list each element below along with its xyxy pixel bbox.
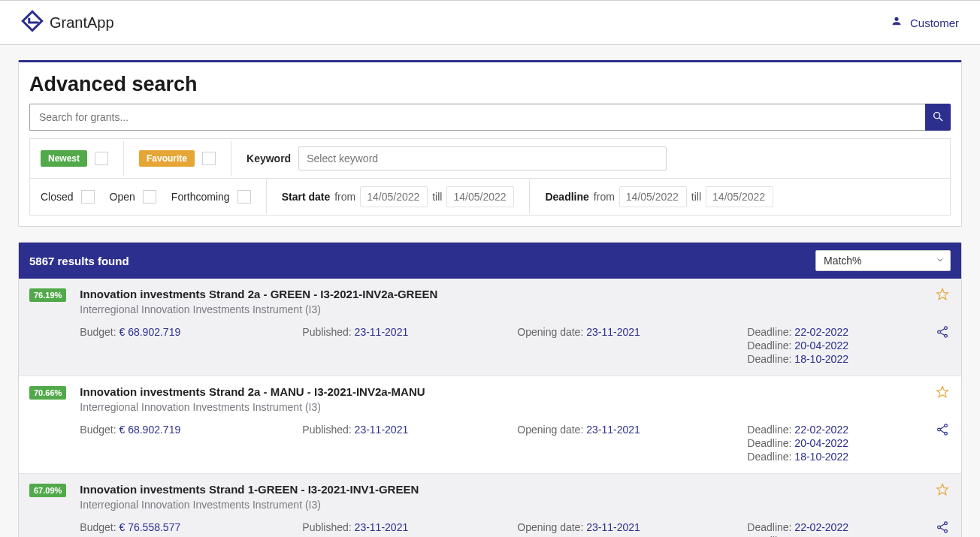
result-deadlines: Deadline: 22-02-2022Deadline: 20-04-2022… — [747, 326, 921, 365]
advanced-search-card: Advanced search Newest — [18, 60, 962, 227]
closed-label: Closed — [41, 191, 74, 203]
open-label: Open — [110, 191, 135, 203]
deadline-from-label: from — [594, 191, 615, 203]
start-date-from-input[interactable] — [360, 186, 428, 207]
match-badge: 70.66% — [29, 385, 66, 400]
svg-line-13 — [940, 427, 945, 430]
favourite-checkbox[interactable] — [202, 152, 216, 165]
result-published: Published: 23-11-2021 — [302, 326, 513, 365]
start-date-till-input[interactable] — [446, 186, 514, 207]
favourite-star-icon[interactable] — [936, 288, 949, 304]
result-subtitle: Interregional Innovation Investments Ins… — [80, 401, 921, 413]
result-subtitle: Interregional Innovation Investments Ins… — [80, 499, 921, 511]
brand[interactable]: GrantApp — [21, 10, 114, 35]
result-deadline: Deadline: 22-02-2022 — [747, 424, 921, 436]
start-from-label: from — [334, 191, 355, 203]
closed-checkbox[interactable] — [81, 190, 95, 204]
result-deadline: Deadline: 20-04-2022 — [747, 339, 921, 351]
result-title[interactable]: Innovation investments Strand 1-GREEN - … — [80, 483, 921, 496]
result-deadline: Deadline: 20-04-2022 — [747, 437, 921, 449]
page-title: Advanced search — [19, 62, 961, 104]
deadline-label: Deadline — [545, 191, 588, 203]
filters-panel: Newest Favourite Keyword — [29, 138, 951, 216]
start-date-label: Start date — [282, 191, 331, 203]
svg-point-1 — [934, 112, 940, 118]
top-bar: GrantApp Customer — [0, 0, 980, 45]
svg-line-14 — [940, 430, 945, 433]
result-title[interactable]: Innovation investments Strand 2a - MANU … — [80, 385, 921, 398]
forthcoming-checkbox[interactable] — [237, 190, 251, 204]
search-button[interactable] — [925, 104, 951, 131]
result-budget: Budget: € 68.902.719 — [80, 326, 298, 365]
result-deadline: Deadline: 18-10-2022 — [747, 451, 921, 463]
result-item[interactable]: 70.66%Innovation investments Strand 2a -… — [19, 376, 961, 474]
keyword-select[interactable] — [298, 146, 667, 170]
result-subtitle: Interregional Innovation Investments Ins… — [80, 303, 921, 315]
results-card: 5867 results found Match% 76.19%Innovati… — [18, 242, 962, 537]
result-deadline: Deadline: 22-02-2022 — [747, 326, 921, 338]
user-icon — [891, 15, 903, 30]
svg-marker-9 — [937, 387, 948, 397]
result-published: Published: 23-11-2021 — [302, 521, 513, 537]
result-deadlines: Deadline: 22-02-2022Deadline: 20-04-2022… — [747, 424, 921, 463]
favourite-star-icon[interactable] — [936, 385, 949, 402]
svg-line-2 — [939, 118, 942, 121]
result-budget: Budget: € 68.902.719 — [80, 424, 298, 463]
result-deadline: Deadline: 18-10-2022 — [747, 353, 921, 365]
deadline-from-input[interactable] — [619, 186, 687, 207]
sort-select[interactable]: Match% — [815, 250, 951, 271]
forthcoming-label: Forthcoming — [171, 191, 230, 203]
share-icon[interactable] — [936, 423, 949, 439]
result-opening: Opening date: 23-11-2021 — [517, 424, 743, 463]
svg-rect-0 — [23, 11, 41, 30]
result-opening: Opening date: 23-11-2021 — [517, 326, 743, 365]
result-deadline: Deadline: 22-02-2022 — [747, 521, 921, 533]
share-icon[interactable] — [936, 325, 949, 342]
result-opening: Opening date: 23-11-2021 — [517, 521, 743, 537]
match-badge: 76.19% — [29, 288, 66, 302]
keyword-label: Keyword — [247, 152, 291, 164]
svg-line-19 — [940, 524, 945, 527]
svg-line-20 — [940, 528, 945, 531]
results-list: 76.19%Innovation investments Strand 2a -… — [19, 279, 961, 537]
deadline-till-label: till — [691, 191, 701, 203]
user-menu[interactable]: Customer — [891, 15, 959, 30]
svg-marker-3 — [937, 289, 948, 300]
favourite-pill: Favourite — [139, 150, 195, 167]
result-budget: Budget: € 76.558.577 — [80, 521, 298, 537]
open-checkbox[interactable] — [143, 190, 156, 204]
brand-logo-icon — [21, 10, 44, 35]
result-deadlines: Deadline: 22-02-2022Deadline: 18-10-2022 — [747, 521, 921, 537]
result-item[interactable]: 76.19%Innovation investments Strand 2a -… — [19, 279, 961, 376]
user-label: Customer — [910, 17, 959, 29]
favourite-star-icon[interactable] — [936, 483, 949, 499]
newest-pill: Newest — [41, 150, 87, 167]
search-input[interactable] — [29, 104, 925, 131]
search-icon — [932, 110, 944, 125]
result-item[interactable]: 67.09%Innovation investments Strand 1-GR… — [19, 474, 961, 537]
newest-checkbox[interactable] — [95, 152, 108, 165]
deadline-till-input[interactable] — [706, 186, 773, 207]
results-count: 5867 results found — [29, 255, 129, 267]
svg-line-8 — [940, 333, 945, 336]
start-till-label: till — [432, 191, 442, 203]
svg-line-7 — [940, 329, 945, 332]
match-badge: 67.09% — [29, 483, 66, 497]
svg-marker-15 — [937, 484, 948, 495]
result-title[interactable]: Innovation investments Strand 2a - GREEN… — [80, 288, 921, 300]
result-published: Published: 23-11-2021 — [302, 424, 513, 463]
share-icon[interactable] — [936, 520, 949, 537]
brand-name: GrantApp — [50, 14, 114, 32]
results-header: 5867 results found Match% — [19, 243, 961, 279]
